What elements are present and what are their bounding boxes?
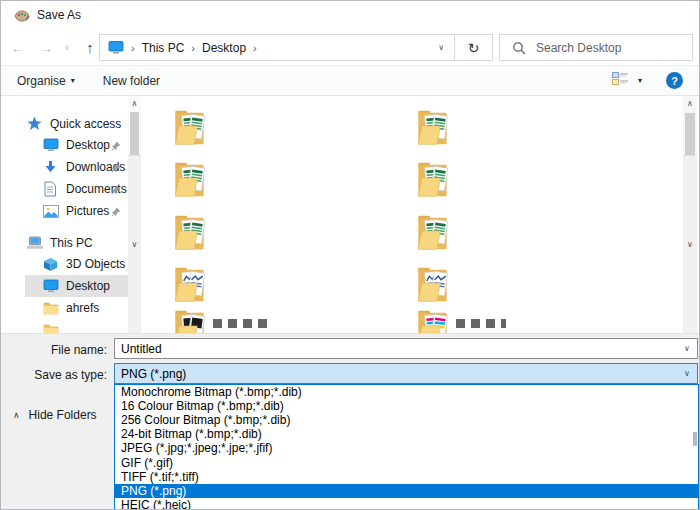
sidebar-item-documents[interactable]: Documents (1, 178, 128, 200)
file-list-scrollbar[interactable]: ∧ ∨ (683, 96, 697, 333)
dropdown-option[interactable]: Monochrome Bitmap (*.bmp;*.dib) (115, 385, 698, 399)
folder-item[interactable] (173, 106, 207, 148)
scroll-up-icon[interactable]: ∧ (683, 96, 697, 110)
dropdown-option[interactable]: HEIC (*.heic) (115, 498, 698, 510)
history-chevron-icon[interactable]: ∨ (59, 29, 75, 65)
dropdown-option[interactable]: GIF (*.gif) (115, 456, 698, 470)
breadcrumb-separator-icon: › (253, 42, 257, 54)
hide-folders-button[interactable]: ∧ Hide Folders (13, 408, 97, 422)
folder-item[interactable] (416, 306, 450, 333)
monitor-icon (43, 137, 59, 153)
pin-icon (111, 206, 121, 216)
dropdown-option[interactable]: PNG (*.png) (115, 484, 698, 498)
sidebar-group-label: This PC (50, 236, 93, 250)
save-as-type-value: PNG (*.png) (115, 367, 677, 381)
pin-icon (111, 184, 121, 194)
dropdown-option[interactable]: JPEG (*.jpg;*.jpeg;*.jpe;*.jfif) (115, 441, 698, 455)
clipped-filename (456, 319, 506, 328)
sidebar-item-label: ahrefs (66, 301, 99, 315)
search-box[interactable] (499, 34, 693, 61)
save-as-type-dropdown: Monochrome Bitmap (*.bmp;*.dib)16 Colour… (114, 384, 699, 510)
dropdown-option[interactable]: 24-bit Bitmap (*.bmp;*.dib) (115, 427, 698, 441)
folder-item[interactable] (416, 106, 450, 148)
document-icon (43, 181, 59, 197)
star-icon (27, 116, 43, 132)
dropdown-option[interactable]: 16 Colour Bitmap (*.bmp;*.dib) (115, 399, 698, 413)
search-icon (512, 41, 526, 55)
desktop-icon (108, 41, 124, 54)
new-folder-button[interactable]: New folder (103, 74, 160, 88)
sidebar-item-desktop[interactable]: Desktop (1, 275, 128, 297)
help-button[interactable]: ? (666, 72, 683, 89)
folder-item[interactable] (416, 158, 450, 200)
sidebar-group-this-pc[interactable]: This PC (1, 232, 128, 253)
file-list (141, 96, 684, 333)
hide-folders-label: Hide Folders (29, 408, 97, 422)
sidebar-item-label: 3D Objects (66, 257, 125, 271)
folder-item[interactable] (416, 263, 450, 305)
folder-item[interactable] (173, 211, 207, 253)
sidebar-item-label: Pictures (66, 204, 109, 218)
chevron-down-icon[interactable]: ∨ (677, 369, 697, 378)
navigation-pane: Quick access Desktop Downloads Documents… (1, 96, 128, 333)
file-name-combobox[interactable]: ∨ (114, 338, 698, 359)
folder-item[interactable] (416, 211, 450, 253)
sidebar-scrollbar[interactable]: ∧ ∨ (128, 96, 141, 333)
cube-icon (43, 256, 59, 272)
download-icon (43, 159, 59, 175)
sidebar-group-quick-access[interactable]: Quick access (1, 113, 128, 134)
folder-item[interactable] (173, 263, 207, 305)
search-input[interactable] (534, 40, 692, 56)
view-options-icon (612, 72, 630, 89)
dropdown-option[interactable]: 256 Colour Bitmap (*.bmp;*.dib) (115, 413, 698, 427)
sidebar-item-label: Desktop (66, 138, 110, 152)
sidebar-item-desktop[interactable]: Desktop (1, 134, 128, 156)
back-icon[interactable]: ← (5, 29, 31, 65)
pin-icon (111, 140, 121, 150)
title-bar: Save As (1, 1, 699, 29)
chevron-up-icon: ∧ (13, 410, 20, 420)
caret-down-icon: ▾ (638, 76, 642, 85)
file-name-input[interactable] (115, 341, 677, 357)
organise-label: Organise (17, 74, 66, 88)
scroll-down-icon[interactable]: ∨ (128, 155, 141, 333)
breadcrumb-separator-icon: › (131, 42, 135, 54)
sidebar-item-3d-objects[interactable]: 3D Objects (1, 253, 128, 275)
app-image-icon (14, 7, 30, 23)
sidebar-item-downloads[interactable]: Downloads (1, 156, 128, 178)
navigation-bar: ← → ∨ ↑ ›This PC›Desktop› ∨ ↻ (1, 29, 699, 65)
chevron-down-icon[interactable]: ∨ (677, 344, 697, 353)
file-name-label: File name: (1, 343, 107, 357)
dropdown-option[interactable]: TIFF (*.tif;*.tiff) (115, 470, 698, 484)
forward-icon[interactable]: → (33, 29, 59, 65)
breadcrumb-chevron-icon[interactable]: ∨ (438, 43, 444, 52)
clipped-filename (213, 319, 271, 328)
monitor-icon (43, 278, 59, 294)
sidebar-item-clipped[interactable] (1, 319, 128, 333)
view-options-button[interactable]: ▾ (612, 72, 642, 89)
caret-down-icon: ▾ (71, 76, 75, 85)
organise-button[interactable]: Organise ▾ (17, 74, 75, 88)
folder-item[interactable] (173, 306, 207, 333)
folder-item[interactable] (173, 158, 207, 200)
sidebar-item-pictures[interactable]: Pictures (1, 200, 128, 222)
refresh-button[interactable]: ↻ (455, 34, 493, 61)
command-toolbar: Organise ▾ New folder ▾ ? (1, 65, 699, 96)
scroll-down-icon[interactable]: ∨ (683, 155, 697, 333)
folder-icon (43, 322, 59, 333)
breadcrumb-item[interactable]: Desktop (202, 41, 246, 55)
save-as-dialog: Save As ← → ∨ ↑ ›This PC›Desktop› ∨ ↻ Or… (0, 0, 700, 510)
dialog-body: Quick access Desktop Downloads Documents… (1, 96, 699, 333)
scroll-up-icon[interactable]: ∧ (128, 96, 141, 110)
sidebar-item-label: Desktop (66, 279, 110, 293)
sidebar-group-label: Quick access (50, 117, 121, 131)
breadcrumb[interactable]: ›This PC›Desktop› ∨ (99, 34, 455, 61)
dropdown-scrollbar-thumb[interactable] (693, 432, 697, 446)
computer-icon (27, 235, 43, 251)
picture-icon (43, 203, 59, 219)
window-title: Save As (37, 8, 81, 22)
sidebar-item-ahrefs[interactable]: ahrefs (1, 297, 128, 319)
breadcrumb-item[interactable]: This PC (142, 41, 185, 55)
save-as-type-combobox[interactable]: PNG (*.png) ∨ (114, 363, 698, 384)
pin-icon (111, 162, 121, 172)
